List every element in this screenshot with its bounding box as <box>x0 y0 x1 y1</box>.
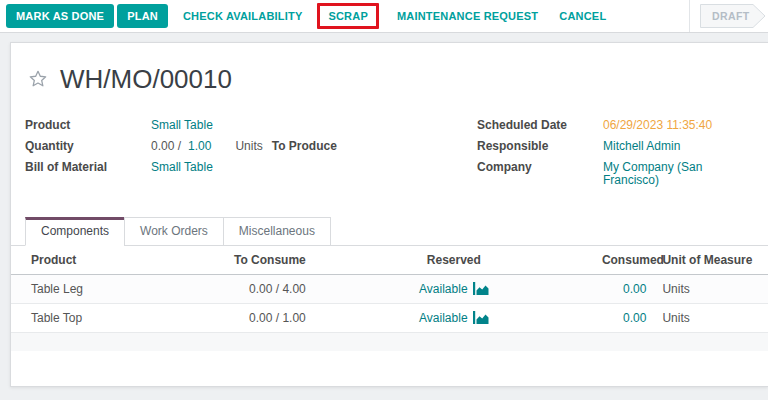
list-footer-band <box>11 333 768 351</box>
header-consumed: Consumed <box>594 246 655 275</box>
cell-uom: Units <box>654 304 768 333</box>
bom-value-link[interactable]: Small Table <box>151 161 213 174</box>
check-availability-button[interactable]: CHECK AVAILABILITY <box>174 4 312 28</box>
field-scheduled-date: Scheduled Date 06/29/2023 11:35:40 <box>477 119 754 132</box>
cell-product[interactable]: Table Top <box>11 304 178 333</box>
field-groups: Product Small Table Quantity 0.00 /1.00U… <box>11 95 768 195</box>
header-unit-of-measure: Unit of Measure <box>654 246 768 275</box>
mark-as-done-button[interactable]: MARK AS DONE <box>6 4 114 28</box>
quantity-to-produce-field[interactable]: 1.00 <box>188 139 211 153</box>
bom-label: Bill of Material <box>25 161 151 174</box>
company-value-link[interactable]: My Company (San Francisco) <box>603 161 754 187</box>
responsible-label: Responsible <box>477 140 603 153</box>
tab-work-orders[interactable]: Work Orders <box>124 217 224 246</box>
status-stage-draft: DRAFT <box>700 4 766 28</box>
reserved-status[interactable]: Available <box>419 311 467 325</box>
scheduled-date-value[interactable]: 06/29/2023 11:35:40 <box>603 119 712 132</box>
cell-product[interactable]: Table Leg <box>11 275 178 304</box>
cell-consumed[interactable]: 0.00 <box>594 275 655 304</box>
tab-miscellaneous[interactable]: Miscellaneous <box>223 217 331 246</box>
quantity-uom: Units <box>235 139 262 153</box>
header-product: Product <box>11 246 178 275</box>
cell-reserved[interactable]: Available <box>314 275 594 304</box>
consumed-value[interactable]: 0.00 <box>623 311 646 325</box>
field-quantity: Quantity 0.00 /1.00UnitsTo Produce <box>25 140 477 153</box>
status-bar: DRAFT <box>689 0 768 32</box>
cell-to-consume[interactable]: 0.00 / 4.00 <box>178 275 314 304</box>
field-bom: Bill of Material Small Table <box>25 161 477 174</box>
product-value-link[interactable]: Small Table <box>151 119 213 132</box>
quantity-label: Quantity <box>25 140 151 153</box>
cell-to-consume[interactable]: 0.00 / 1.00 <box>178 304 314 333</box>
table-row[interactable]: Table Leg 0.00 / 4.00 Available 0.00 Uni… <box>11 275 768 304</box>
tab-components[interactable]: Components <box>25 217 125 246</box>
field-group-left: Product Small Table Quantity 0.00 /1.00U… <box>25 119 477 195</box>
cell-consumed[interactable]: 0.00 <box>594 304 655 333</box>
field-responsible: Responsible Mitchell Admin <box>477 140 754 153</box>
cancel-button[interactable]: CANCEL <box>550 4 615 28</box>
scrap-button[interactable]: SCRAP <box>320 6 376 26</box>
quantity-suffix: To Produce <box>272 139 337 153</box>
header-to-consume: To Consume <box>178 246 314 275</box>
notebook-tabs: Components Work Orders Miscellaneous <box>11 217 768 246</box>
status-label: DRAFT <box>712 10 750 22</box>
header-reserved: Reserved <box>314 246 594 275</box>
page-title: WH/MO/00010 <box>60 63 232 95</box>
reserved-status[interactable]: Available <box>419 282 467 296</box>
company-label: Company <box>477 161 603 174</box>
scheduled-date-label: Scheduled Date <box>477 119 603 132</box>
components-table: Product To Consume Reserved Consumed Uni… <box>11 246 768 333</box>
quantity-value: 0.00 /1.00UnitsTo Produce <box>151 140 337 153</box>
cell-reserved[interactable]: Available <box>314 304 594 333</box>
form-sheet: WH/MO/00010 Product Small Table Quantity… <box>10 42 768 387</box>
favorite-star-icon[interactable] <box>27 68 49 90</box>
consumed-value[interactable]: 0.00 <box>623 282 646 296</box>
forecast-chart-icon[interactable] <box>473 282 489 295</box>
field-group-right: Scheduled Date 06/29/2023 11:35:40 Respo… <box>477 119 754 195</box>
title-row: WH/MO/00010 <box>11 43 768 95</box>
table-row[interactable]: Table Top 0.00 / 1.00 Available 0.00 Uni… <box>11 304 768 333</box>
scrap-highlight-box: SCRAP <box>317 3 379 29</box>
quantity-produced: 0.00 / <box>151 139 181 153</box>
field-product: Product Small Table <box>25 119 477 132</box>
product-label: Product <box>25 119 151 132</box>
cell-uom: Units <box>654 275 768 304</box>
action-toolbar: MARK AS DONE PLAN CHECK AVAILABILITY SCR… <box>0 0 768 33</box>
table-header-row: Product To Consume Reserved Consumed Uni… <box>11 246 768 275</box>
maintenance-request-button[interactable]: MAINTENANCE REQUEST <box>388 4 547 28</box>
responsible-value-link[interactable]: Mitchell Admin <box>603 140 680 153</box>
forecast-chart-icon[interactable] <box>473 311 489 324</box>
field-company: Company My Company (San Francisco) <box>477 161 754 187</box>
plan-button[interactable]: PLAN <box>117 4 168 28</box>
